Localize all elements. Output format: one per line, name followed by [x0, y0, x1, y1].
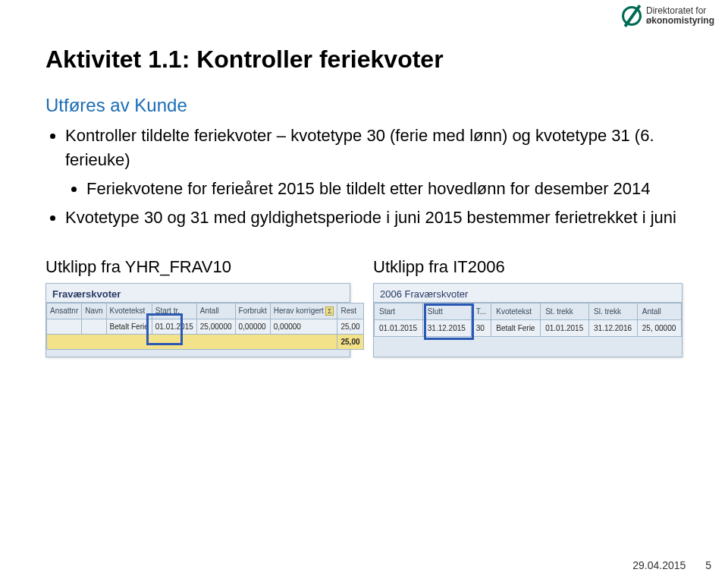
th-antall: Antall	[196, 303, 235, 319]
td-kvotetekst2: Betalt Ferie	[491, 319, 541, 336]
brand-text: Direktoratet for økonomistyring	[646, 6, 714, 26]
bullet-1-text: Kontroller tildelte feriekvoter – kvotet…	[65, 126, 654, 169]
td-start: 01.01.2015	[375, 319, 423, 336]
table-fravaerskvoter: Ansattnr Navn Kvotetekst Start tr. Antal…	[46, 303, 364, 350]
th-kvotetekst2: Kvotetekst	[491, 303, 541, 319]
brand-logo-icon	[622, 6, 642, 26]
td-t: 30	[471, 319, 491, 336]
td-sltrekk: 31.12.2016	[588, 319, 637, 336]
td-navn	[82, 319, 106, 334]
screenshot-yhr-frav10: Fraværskvoter Ansattnr Navn Kvotetekst S…	[46, 283, 350, 357]
sum-row: 25,00	[47, 334, 364, 349]
td-antall: 25,00000	[196, 319, 235, 334]
bullet-1: Kontroller tildelte feriekvoter – kvotet…	[65, 124, 682, 201]
th-forbrukt: Forbrukt	[235, 303, 270, 319]
td-ansattnr	[47, 319, 82, 334]
sigma-icon: Σ	[325, 307, 334, 316]
sum-label	[47, 334, 337, 349]
footer-page-number: 5	[705, 559, 711, 571]
table-header-row: Ansattnr Navn Kvotetekst Start tr. Antal…	[47, 303, 364, 319]
screenshot-it2006: 2006 Fraværskvoter Start Slutt T... Kvot…	[373, 283, 682, 357]
page-footer: 29.04.2015 5	[632, 559, 711, 571]
td-sttrekk: 01.01.2015	[541, 319, 589, 336]
th-t: T...	[471, 303, 491, 319]
table-it2006: Start Slutt T... Kvotetekst St. trekk Sl…	[374, 303, 682, 337]
page-subtitle: Utføres av Kunde	[46, 95, 682, 116]
table-row: 01.01.2015 31.12.2015 30 Betalt Ferie 01…	[375, 319, 682, 336]
th-antall2: Antall	[637, 303, 681, 319]
th-herav: Herav korrigertΣ	[270, 303, 337, 319]
page-title: Aktivitet 1.1: Kontroller feriekvoter	[46, 46, 682, 74]
bullet-2: Kvotetype 30 og 31 med gyldighetsperiode…	[65, 206, 682, 230]
table-header-row: Start Slutt T... Kvotetekst St. trekk Sl…	[375, 303, 682, 319]
bullet-list: Kontroller tildelte feriekvoter – kvotet…	[49, 124, 682, 230]
highlight-box-slutt	[424, 304, 474, 340]
td-forbrukt: 0,00000	[235, 319, 270, 334]
panel-title-left: Fraværskvoter	[46, 284, 350, 303]
th-sltrekk: Sl. trekk	[588, 303, 637, 319]
th-kvotetekst: Kvotetekst	[106, 303, 152, 319]
left-caption: Utklipp fra YHR_FRAV10	[46, 257, 350, 277]
footer-date: 29.04.2015	[632, 559, 686, 571]
table-row: Betalt Ferie 01.01.2015 25,00000 0,00000…	[47, 319, 364, 334]
highlight-box-antall	[146, 313, 183, 345]
td-herav: 0,00000	[270, 319, 337, 334]
brand-line2: økonomistyring	[646, 16, 714, 26]
th-start: Start	[375, 303, 423, 319]
right-caption: Utklipp fra IT2006	[373, 257, 682, 277]
bullet-1a: Feriekvotene for ferieåret 2015 ble tild…	[86, 177, 682, 201]
left-column: Utklipp fra YHR_FRAV10 Fraværskvoter Ans…	[46, 257, 350, 357]
td-kvotetekst: Betalt Ferie	[106, 319, 152, 334]
th-rest: Rest	[337, 303, 363, 319]
panel-title-right: 2006 Fraværskvoter	[374, 284, 682, 303]
th-sttrekk: St. trekk	[541, 303, 589, 319]
td-rest: 25,00	[337, 319, 363, 334]
right-column: Utklipp fra IT2006 2006 Fraværskvoter St…	[373, 257, 682, 357]
th-navn: Navn	[82, 303, 106, 319]
sum-value: 25,00	[337, 334, 363, 349]
th-ansattnr: Ansattnr	[47, 303, 82, 319]
brand-logo-area: Direktoratet for økonomistyring	[622, 6, 714, 26]
td-antall2: 25, 00000	[637, 319, 681, 336]
